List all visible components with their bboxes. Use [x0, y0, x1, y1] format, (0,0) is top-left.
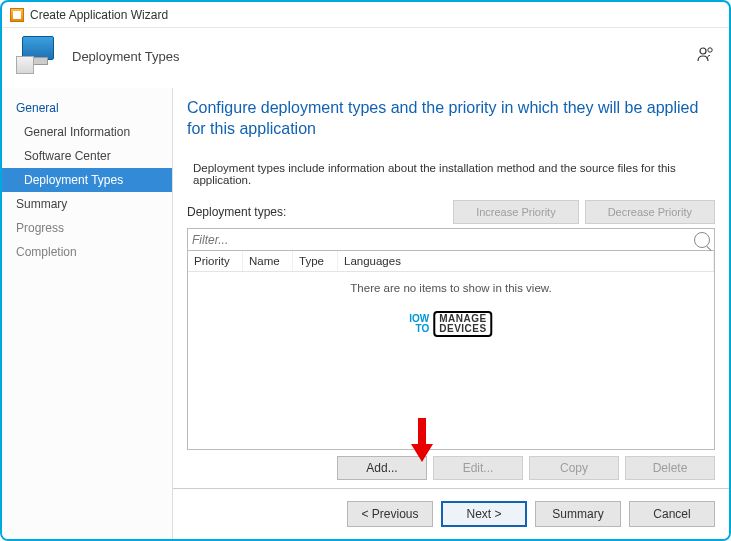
col-name[interactable]: Name [243, 251, 293, 271]
filter-box[interactable] [187, 228, 715, 252]
increase-priority-button: Increase Priority [453, 200, 578, 224]
sidebar-item-summary[interactable]: Summary [2, 192, 172, 216]
summary-button[interactable]: Summary [535, 501, 621, 527]
svg-point-0 [700, 48, 706, 54]
watermark: IOWTO MANAGEDEVICES [409, 311, 492, 337]
sidebar-item-deployment-types[interactable]: Deployment Types [2, 168, 172, 192]
table-header: Priority Name Type Languages [188, 251, 714, 272]
sidebar-item-general[interactable]: General [2, 96, 172, 120]
next-button[interactable]: Next > [441, 501, 527, 527]
sidebar-item-progress: Progress [2, 216, 172, 240]
col-languages[interactable]: Languages [338, 251, 714, 271]
deployment-types-label: Deployment types: [187, 205, 286, 219]
svg-point-1 [708, 48, 712, 52]
previous-button[interactable]: < Previous [347, 501, 433, 527]
page-description: Deployment types include information abo… [193, 162, 715, 186]
col-type[interactable]: Type [293, 251, 338, 271]
wizard-header: Deployment Types [2, 28, 729, 88]
edit-button: Edit... [433, 456, 523, 480]
delete-button: Delete [625, 456, 715, 480]
header-section-title: Deployment Types [72, 49, 179, 64]
filter-input[interactable] [192, 233, 694, 247]
decrease-priority-button: Decrease Priority [585, 200, 715, 224]
app-icon [10, 8, 24, 22]
users-icon [697, 46, 715, 66]
deployment-header-icon [16, 36, 58, 76]
titlebar: Create Application Wizard [2, 2, 729, 28]
window-title: Create Application Wizard [30, 8, 168, 22]
page-title: Configure deployment types and the prior… [187, 98, 715, 140]
sidebar-item-completion: Completion [2, 240, 172, 264]
main-panel: Configure deployment types and the prior… [172, 88, 729, 539]
col-priority[interactable]: Priority [188, 251, 243, 271]
copy-button: Copy [529, 456, 619, 480]
wizard-footer: < Previous Next > Summary Cancel [173, 488, 729, 539]
empty-list-message: There are no items to show in this view. [188, 282, 714, 294]
wizard-sidebar: General General Information Software Cen… [2, 88, 172, 539]
cancel-button[interactable]: Cancel [629, 501, 715, 527]
sidebar-item-general-information[interactable]: General Information [2, 120, 172, 144]
search-icon[interactable] [694, 232, 710, 248]
sidebar-item-software-center[interactable]: Software Center [2, 144, 172, 168]
deployment-types-table: Priority Name Type Languages There are n… [187, 251, 715, 450]
